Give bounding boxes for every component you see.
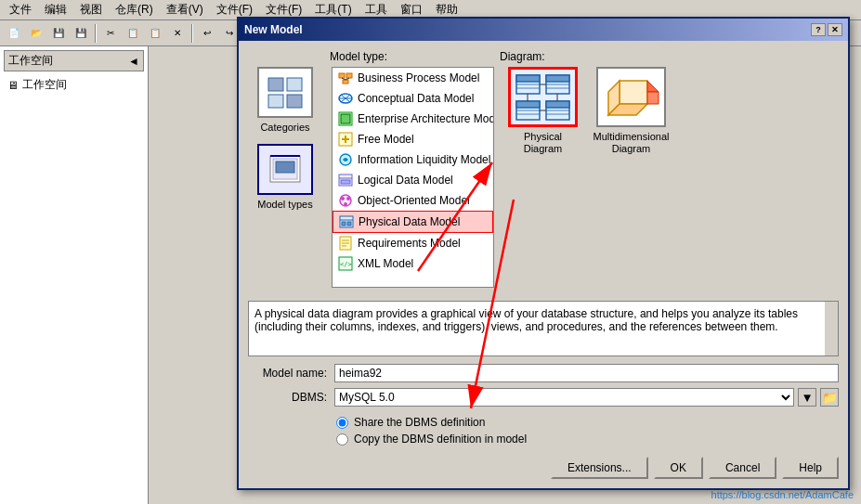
help-button[interactable]: Help xyxy=(782,457,839,479)
menu-edit[interactable]: 编辑 xyxy=(39,0,72,19)
toolbar-cut[interactable]: ✂ xyxy=(100,23,121,44)
diagram-item-physical[interactable]: Physical Diagram xyxy=(503,67,582,155)
toolbar-copy[interactable]: 📋 xyxy=(123,23,143,44)
diagram-item-multidim[interactable]: Multidimensional Diagram xyxy=(592,67,671,155)
toolbar-sep1 xyxy=(95,24,97,43)
model-item-oom[interactable]: Object-Oriented Model xyxy=(333,190,493,211)
spacer1 xyxy=(248,50,322,63)
workspace-label: 工作空间 xyxy=(8,53,53,69)
svg-rect-33 xyxy=(347,222,351,226)
toolbar-new[interactable]: 📄 xyxy=(4,23,24,44)
radio-copy-row: Copy the DBMS definition in model xyxy=(336,433,839,446)
multidim-diagram-label: Multidimensional Diagram xyxy=(592,131,671,155)
toolbar-undo[interactable]: ↩ xyxy=(197,23,217,44)
toolbar-save-all[interactable]: 💾 xyxy=(71,23,91,44)
svg-rect-9 xyxy=(346,73,352,78)
radio-share-label: Share the DBMS definition xyxy=(354,416,485,429)
svg-rect-45 xyxy=(546,75,569,82)
model-item-req[interactable]: Requirements Model xyxy=(333,233,493,253)
model-types-label: Model types xyxy=(257,199,312,210)
toolbar-delete[interactable]: ✕ xyxy=(167,23,188,44)
model-types-icon-box[interactable] xyxy=(257,144,313,195)
svg-point-28 xyxy=(346,197,350,200)
model-item-eam-label: Enterprise Architecture Model xyxy=(358,112,494,125)
multidim-diagram-icon[interactable] xyxy=(596,67,666,127)
model-item-pdm[interactable]: Physical Data Model xyxy=(333,211,493,233)
svg-marker-64 xyxy=(647,92,659,104)
toolbar-save[interactable]: 💾 xyxy=(48,23,69,44)
svg-rect-53 xyxy=(546,101,569,108)
model-name-input[interactable] xyxy=(334,364,839,382)
model-item-req-label: Requirements Model xyxy=(358,237,461,250)
svg-rect-32 xyxy=(342,222,346,226)
model-item-free[interactable]: Free Model xyxy=(333,129,493,149)
dbms-select[interactable]: MySQL 5.0 xyxy=(334,388,794,407)
dialog-top-section: Categories Model types xyxy=(248,67,839,288)
menu-view2[interactable]: 查看(V) xyxy=(161,0,209,19)
diagram-panel: Physical Diagram xyxy=(503,67,839,288)
svg-marker-63 xyxy=(647,81,659,92)
sidebar-title: 工作空间 ◄ xyxy=(4,50,144,71)
dbms-label: DBMS: xyxy=(248,391,327,404)
radio-section: Share the DBMS definition Copy the DBMS … xyxy=(248,416,839,449)
model-item-cdm[interactable]: Conceptual Data Model xyxy=(333,88,493,109)
toolbar-paste[interactable]: 📋 xyxy=(145,23,165,44)
ok-button[interactable]: OK xyxy=(654,457,703,479)
toolbar-sep2 xyxy=(191,24,193,43)
svg-rect-6 xyxy=(276,162,294,173)
model-item-cdm-label: Conceptual Data Model xyxy=(358,92,474,105)
svg-marker-60 xyxy=(620,81,647,104)
model-item-ilm-label: Information Liquidity Model xyxy=(358,153,490,166)
radio-share[interactable] xyxy=(336,417,348,429)
model-type-section-label: Model type: xyxy=(330,50,492,63)
model-list-panel[interactable]: Business Process Model Conceptual Data M… xyxy=(332,67,494,288)
extensions-button[interactable]: Extensions... xyxy=(551,457,648,479)
dbms-row: DBMS: MySQL 5.0 ▼ 📁 xyxy=(248,388,839,407)
diagram-section-label: Diagram: xyxy=(500,50,662,63)
sidebar-item-label: 工作空间 xyxy=(22,77,67,93)
svg-rect-2 xyxy=(268,95,283,108)
model-name-row: Model name: xyxy=(248,364,839,382)
svg-text:</>: </> xyxy=(340,261,352,268)
sidebar-workspace-item[interactable]: 🖥 工作空间 xyxy=(4,75,144,95)
description-container: A physical data diagram provides a graph… xyxy=(248,293,839,356)
new-model-dialog: New Model ? ✕ Model type: Diagram: xyxy=(237,17,850,490)
physical-diagram-icon[interactable] xyxy=(508,67,578,127)
categories-icon-box[interactable] xyxy=(257,67,313,118)
model-item-oom-label: Object-Oriented Model xyxy=(358,194,470,207)
cancel-button[interactable]: Cancel xyxy=(709,457,776,479)
model-item-xml[interactable]: </> XML Model xyxy=(333,253,493,274)
model-item-pdm-label: Physical Data Model xyxy=(359,215,460,228)
model-item-ldm[interactable]: Logical Data Model xyxy=(333,170,493,190)
toolbar-open[interactable]: 📂 xyxy=(26,23,46,44)
svg-rect-1 xyxy=(287,78,302,91)
sidebar-collapse-btn[interactable]: ◄ xyxy=(128,55,139,68)
svg-point-27 xyxy=(341,197,345,200)
model-name-label: Model name: xyxy=(248,367,327,380)
sidebar: 工作空间 ◄ 🖥 工作空间 xyxy=(0,46,149,504)
model-item-eam[interactable]: Enterprise Architecture Model xyxy=(333,109,493,129)
dialog-body: Model type: Diagram: Categories xyxy=(239,41,848,488)
section-labels-row: Model type: Diagram: xyxy=(248,50,839,63)
radio-copy-label: Copy the DBMS definition in model xyxy=(354,433,527,446)
model-item-free-label: Free Model xyxy=(358,133,414,146)
dialog-footer: Extensions... OK Cancel Help xyxy=(248,457,839,479)
model-item-bpm[interactable]: Business Process Model xyxy=(333,68,493,88)
menu-view[interactable]: 视图 xyxy=(74,0,108,19)
svg-rect-41 xyxy=(516,75,540,82)
radio-copy[interactable] xyxy=(336,433,348,446)
svg-rect-10 xyxy=(343,80,348,84)
dbms-browse-btn[interactable]: 📁 xyxy=(820,388,839,407)
menu-repo[interactable]: 仓库(R) xyxy=(110,0,159,19)
dbms-dropdown-btn[interactable]: ▼ xyxy=(798,388,816,407)
menu-file[interactable]: 文件 xyxy=(4,0,37,19)
description-scrollbar[interactable] xyxy=(825,302,838,355)
workspace-icon: 🖥 xyxy=(7,79,19,92)
radio-share-row: Share the DBMS definition xyxy=(336,416,839,429)
model-item-ilm[interactable]: Information Liquidity Model xyxy=(333,149,493,170)
dialog-close-btn[interactable]: ✕ xyxy=(828,23,842,36)
dialog-titlebar: New Model ? ✕ xyxy=(239,19,848,41)
watermark: https://blog.csdn.net/AdamCafe xyxy=(711,489,854,500)
dialog-help-btn[interactable]: ? xyxy=(811,23,826,36)
svg-rect-25 xyxy=(341,180,350,184)
